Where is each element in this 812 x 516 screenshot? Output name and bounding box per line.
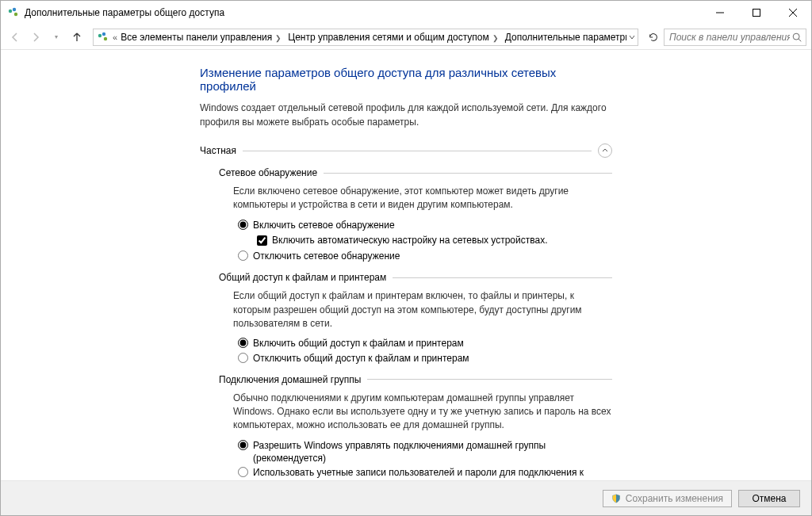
section-homegroup-title: Подключения домашней группы (219, 374, 361, 385)
page-title: Изменение параметров общего доступа для … (200, 66, 612, 93)
refresh-button[interactable] (645, 29, 662, 46)
section-fileshare-title: Общий доступ к файлам и принтерам (219, 272, 386, 283)
titlebar: Дополнительные параметры общего доступа (1, 1, 811, 25)
breadcrumb-icon (97, 31, 109, 44)
search-input[interactable] (668, 31, 791, 44)
section-homegroup-desc: Обычно подключениями к другим компьютера… (233, 392, 612, 433)
svg-point-10 (793, 33, 799, 40)
collapse-icon[interactable] (598, 143, 612, 158)
svg-rect-4 (753, 10, 760, 17)
radio-homegroup-allow[interactable] (238, 440, 248, 450)
checkbox-auto-setup-label: Включить автоматическую настройку на сет… (272, 235, 548, 246)
window-title: Дополнительные параметры общего доступа (25, 7, 702, 18)
section-fileshare-desc: Если общий доступ к файлам и принтерам в… (233, 289, 612, 331)
radio-discovery-off[interactable] (238, 250, 248, 261)
nav-forward-button[interactable] (26, 28, 45, 47)
svg-point-1 (13, 8, 16, 11)
profile-private-header[interactable]: Частная (200, 143, 612, 158)
settings-panel: Изменение параметров общего доступа для … (200, 66, 612, 480)
svg-point-9 (104, 36, 107, 40)
crumb-2[interactable]: Дополнительные параметры общего доступа (505, 32, 626, 43)
section-homegroup: Подключения домашней группы Обычно подкл… (219, 374, 612, 480)
close-button[interactable] (775, 1, 811, 25)
nav-recent-button[interactable]: ▾ (47, 28, 66, 47)
save-button[interactable]: Сохранить изменения (603, 490, 732, 507)
svg-point-7 (98, 33, 102, 36)
radio-fileshare-on-label: Включить общий доступ к файлам и принтер… (253, 337, 464, 350)
search-box[interactable] (664, 29, 806, 46)
radio-discovery-on[interactable] (238, 220, 248, 230)
app-icon (7, 6, 20, 19)
search-icon (791, 32, 802, 43)
section-discovery-title: Сетевое обнаружение (219, 167, 317, 178)
page-intro: Windows создает отдельный сетевой профил… (200, 101, 612, 129)
section-discovery: Сетевое обнаружение Если включено сетево… (219, 167, 612, 262)
cancel-button[interactable]: Отмена (738, 490, 800, 507)
svg-point-0 (9, 10, 12, 13)
checkbox-auto-setup[interactable] (257, 235, 267, 246)
content: Изменение параметров общего доступа для … (1, 50, 811, 480)
profile-private: Частная Сетевое обнаружение Если включен… (200, 143, 612, 480)
breadcrumb-overflow[interactable]: « (113, 32, 117, 42)
shield-icon (611, 494, 621, 503)
minimize-button[interactable] (702, 1, 738, 25)
breadcrumb-dropdown[interactable] (626, 34, 638, 40)
footer: Сохранить изменения Отмена (1, 480, 811, 515)
radio-homegroup-user[interactable] (238, 467, 248, 477)
breadcrumb[interactable]: « Все элементы панели управления❯ Центр … (93, 29, 638, 46)
radio-discovery-off-label: Отключить сетевое обнаружение (253, 250, 400, 262)
nav-up-button[interactable] (67, 28, 86, 47)
radio-homegroup-user-label: Использовать учетные записи пользователе… (253, 466, 612, 480)
window: Дополнительные параметры общего доступа … (0, 0, 812, 516)
radio-discovery-on-label: Включить сетевое обнаружение (253, 219, 395, 231)
toolbar: ▾ « Все элементы панели управления❯ Цент… (1, 25, 811, 50)
save-button-label: Сохранить изменения (626, 493, 723, 504)
profile-private-label: Частная (200, 145, 236, 156)
section-discovery-desc: Если включено сетевое обнаружение, этот … (233, 185, 612, 212)
section-fileshare: Общий доступ к файлам и принтерам Если о… (219, 272, 612, 365)
svg-line-11 (799, 39, 801, 41)
svg-point-2 (14, 13, 17, 16)
radio-fileshare-off[interactable] (238, 353, 248, 363)
crumb-0[interactable]: Все элементы панели управления❯ (121, 32, 285, 43)
maximize-button[interactable] (738, 1, 775, 25)
radio-fileshare-on[interactable] (238, 338, 248, 348)
svg-point-8 (102, 32, 105, 35)
nav-back-button[interactable] (6, 28, 25, 47)
crumb-1[interactable]: Центр управления сетями и общим доступом… (288, 32, 502, 43)
radio-homegroup-allow-label: Разрешить Windows управлять подключениям… (253, 439, 612, 464)
radio-fileshare-off-label: Отключить общий доступ к файлам и принте… (253, 352, 469, 365)
